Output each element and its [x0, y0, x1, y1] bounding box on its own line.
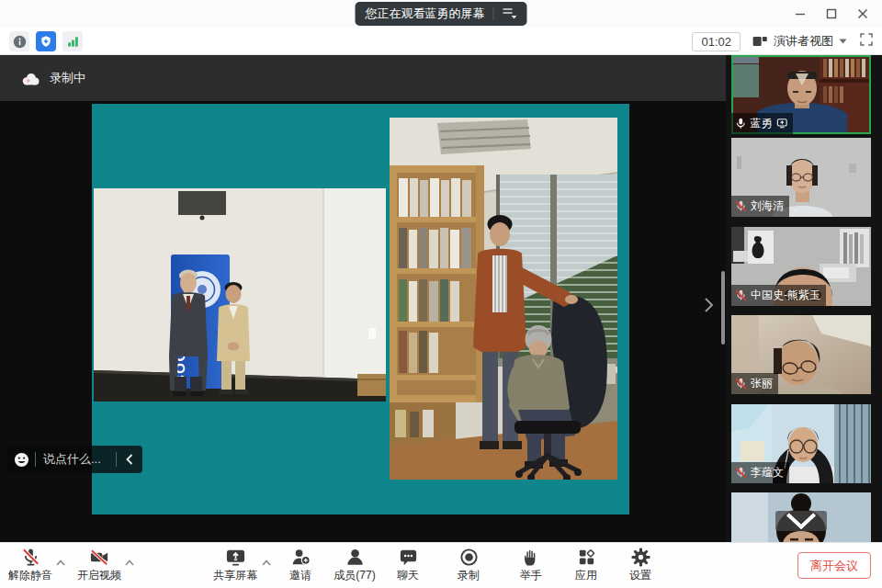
unmute-label: 解除静音 [8, 569, 52, 582]
mic-muted-icon [735, 378, 747, 390]
raise-hand-button[interactable]: 举手 [502, 547, 560, 587]
maximize-button[interactable] [816, 0, 847, 28]
participant-name-tag: 刘海清 [731, 196, 789, 217]
participant-name-tag: 蓝勇 [731, 113, 793, 134]
emoji-icon[interactable] [7, 452, 35, 468]
chat-label: 聊天 [397, 569, 419, 582]
bottom-toolbar: 解除静音 开启视频 共享屏幕 [0, 542, 882, 588]
minimize-button[interactable] [785, 0, 816, 28]
mic-off-icon [20, 547, 41, 568]
view-mode-dropdown[interactable]: 演讲者视图 [752, 33, 847, 50]
members-icon [345, 547, 366, 568]
share-screen-label: 共享屏幕 [213, 569, 257, 582]
shared-screen-stage: 录制中 [0, 55, 726, 542]
record-label: 录制 [458, 569, 480, 582]
share-screen-button[interactable]: 共享屏幕 [206, 547, 265, 587]
screen-sharing-icon [776, 118, 788, 130]
video-options-chevron[interactable] [122, 556, 137, 571]
raise-hand-icon [521, 547, 542, 568]
screen-watch-title: 您正在观看蓝勇的屏幕 [366, 6, 485, 22]
mic-on-icon [735, 118, 747, 130]
topbar: 01:02 演讲者视图 [0, 28, 882, 55]
participant-name-tag: 张丽 [731, 373, 778, 394]
participant-name-tag: 李蕴文 [731, 462, 789, 483]
recording-label: 录制中 [50, 70, 85, 86]
participant-name: 张丽 [751, 376, 773, 391]
apps-label: 应用 [575, 569, 597, 582]
unmute-button[interactable]: 解除静音 [1, 547, 60, 587]
start-video-label: 开启视频 [77, 569, 121, 582]
participant-tile[interactable]: 张丽 [731, 315, 871, 394]
participant-tile[interactable]: 中国史-熊紫玉 [731, 227, 871, 306]
network-signal-icon[interactable] [62, 31, 83, 51]
participant-name-tag: 中国史-熊紫玉 [731, 285, 826, 306]
raise-hand-label: 举手 [520, 569, 542, 582]
window-controls [785, 0, 878, 28]
participant-tile[interactable]: 刘海清 [731, 138, 871, 217]
invite-label: 邀请 [289, 569, 311, 582]
record-button[interactable]: 录制 [439, 547, 498, 587]
start-video-button[interactable]: 开启视频 [70, 547, 129, 587]
screen-watch-banner: 您正在观看蓝勇的屏幕 [356, 2, 527, 26]
mic-muted-icon [735, 289, 747, 301]
apps-grid-icon [576, 547, 597, 568]
chat-bubble-icon [398, 547, 419, 568]
members-label: 成员(77) [334, 569, 375, 582]
meeting-timer: 01:02 [692, 32, 741, 51]
gear-icon [630, 547, 651, 568]
close-button[interactable] [847, 0, 878, 28]
participant-tile[interactable] [731, 492, 871, 542]
presentation-slide: BOCHUM [92, 104, 629, 514]
pill-divider [493, 7, 494, 20]
photo-office-couple [390, 118, 617, 480]
fullscreen-icon[interactable] [858, 31, 875, 51]
titlebar: 您正在观看蓝勇的屏幕 [0, 0, 882, 28]
view-mode-label: 演讲者视图 [774, 33, 833, 50]
participant-tile[interactable]: 蓝勇 [731, 55, 871, 134]
meeting-info-icon[interactable] [9, 31, 29, 51]
security-shield-icon[interactable] [36, 31, 56, 51]
participant-name: 刘海清 [751, 198, 784, 214]
members-button[interactable]: 成员(77) [325, 547, 384, 587]
record-icon [458, 547, 480, 568]
camera-off-icon [89, 547, 110, 568]
cloud-record-icon [20, 71, 40, 86]
settings-label: 设置 [629, 569, 651, 582]
sidebar-collapse-icon[interactable] [702, 296, 717, 314]
participants-panel: 蓝勇 [726, 55, 882, 542]
status-icons [9, 31, 83, 51]
participants-scrollbar[interactable] [721, 271, 725, 345]
participant-name: 蓝勇 [751, 116, 773, 131]
chevron-down-icon [839, 39, 847, 44]
banner-menu-icon[interactable] [503, 6, 517, 22]
participant-tile[interactable]: 李蕴文 [731, 404, 871, 483]
chat-quick-bar: 说点什么... [7, 446, 142, 473]
apps-button[interactable]: 应用 [557, 547, 616, 587]
share-screen-icon [225, 547, 246, 568]
photo-bochum-banner: BOCHUM [94, 188, 386, 401]
invite-button[interactable]: 邀请 [271, 547, 330, 587]
chat-collapse-icon[interactable] [117, 453, 142, 466]
mic-options-chevron[interactable] [53, 556, 68, 571]
topbar-right: 01:02 演讲者视图 [692, 30, 875, 52]
layout-icon [752, 33, 768, 50]
chat-input[interactable]: 说点什么... [36, 451, 116, 468]
leave-meeting-button[interactable]: 离开会议 [797, 552, 871, 579]
chevron-down-icon [775, 511, 827, 531]
chat-button[interactable]: 聊天 [379, 547, 437, 587]
recording-indicator: 录制中 [0, 55, 726, 101]
invite-person-icon [290, 547, 311, 568]
mic-muted-icon [735, 200, 747, 212]
mic-muted-icon [735, 467, 747, 479]
participant-name: 李蕴文 [751, 465, 784, 481]
participant-name: 中国史-熊紫玉 [751, 288, 820, 303]
settings-button[interactable]: 设置 [611, 547, 670, 587]
more-participants-button[interactable] [775, 511, 827, 531]
meeting-window: 您正在观看蓝勇的屏幕 [0, 0, 882, 588]
